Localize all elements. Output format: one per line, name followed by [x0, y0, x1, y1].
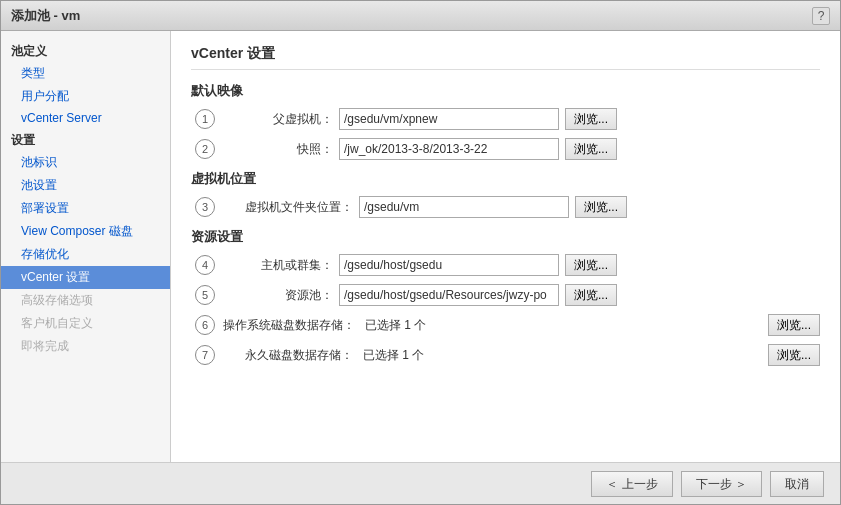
sidebar-item-storage-optimize[interactable]: 存储优化 — [1, 243, 170, 266]
sidebar-section-pool-definition: 池定义 — [1, 39, 170, 62]
main-content: 池定义 类型 用户分配 vCenter Server 设置 池标识 池设置 部署… — [1, 31, 840, 462]
label-host-cluster: 主机或群集： — [223, 257, 333, 274]
label-parent-vm: 父虚拟机： — [223, 111, 333, 128]
step-1: 1 — [195, 109, 215, 129]
input-snapshot[interactable] — [339, 138, 559, 160]
sidebar-item-user-assignment[interactable]: 用户分配 — [1, 85, 170, 108]
section-title-default-image: 默认映像 — [191, 82, 820, 100]
browse-os-disk[interactable]: 浏览... — [768, 314, 820, 336]
prev-button[interactable]: ＜ 上一步 — [591, 471, 672, 497]
field-row-os-disk: 6 操作系统磁盘数据存储： 已选择 1 个 浏览... — [191, 314, 820, 336]
sidebar-section-settings: 设置 — [1, 128, 170, 151]
browse-host-cluster[interactable]: 浏览... — [565, 254, 617, 276]
sidebar-item-vcenter-server[interactable]: vCenter Server — [1, 108, 170, 128]
browse-snapshot[interactable]: 浏览... — [565, 138, 617, 160]
field-row-resource-pool: 5 资源池： 浏览... — [191, 284, 820, 306]
step-3: 3 — [195, 197, 215, 217]
content-title: vCenter 设置 — [191, 45, 820, 70]
section-title-resource-settings: 资源设置 — [191, 228, 820, 246]
label-resource-pool: 资源池： — [223, 287, 333, 304]
step-4: 4 — [195, 255, 215, 275]
section-title-vm-location: 虚拟机位置 — [191, 170, 820, 188]
sidebar-item-deployment-settings[interactable]: 部署设置 — [1, 197, 170, 220]
field-row-parent-vm: 1 父虚拟机： 浏览... — [191, 108, 820, 130]
field-row-host-cluster: 4 主机或群集： 浏览... — [191, 254, 820, 276]
cancel-button[interactable]: 取消 — [770, 471, 824, 497]
sidebar-item-view-composer-disk[interactable]: View Composer 磁盘 — [1, 220, 170, 243]
input-parent-vm[interactable] — [339, 108, 559, 130]
os-disk-selected: 已选择 1 个 — [365, 317, 426, 334]
browse-parent-vm[interactable]: 浏览... — [565, 108, 617, 130]
label-persistent-disk: 永久磁盘数据存储： — [223, 347, 353, 364]
field-row-snapshot: 2 快照： 浏览... — [191, 138, 820, 160]
browse-persistent-disk[interactable]: 浏览... — [768, 344, 820, 366]
label-os-disk: 操作系统磁盘数据存储： — [223, 317, 355, 334]
help-button[interactable]: ? — [812, 7, 830, 25]
sidebar-item-pool-id[interactable]: 池标识 — [1, 151, 170, 174]
sidebar-item-advanced-storage: 高级存储选项 — [1, 289, 170, 312]
browse-vm-folder[interactable]: 浏览... — [575, 196, 627, 218]
input-resource-pool[interactable] — [339, 284, 559, 306]
label-vm-folder: 虚拟机文件夹位置： — [223, 199, 353, 216]
sidebar-item-upcoming: 即将完成 — [1, 335, 170, 358]
sidebar-item-vcenter-settings[interactable]: vCenter 设置 — [1, 266, 170, 289]
step-7: 7 — [195, 345, 215, 365]
step-6: 6 — [195, 315, 215, 335]
input-vm-folder[interactable] — [359, 196, 569, 218]
step-2: 2 — [195, 139, 215, 159]
sidebar-item-guest-customize: 客户机自定义 — [1, 312, 170, 335]
next-button[interactable]: 下一步 ＞ — [681, 471, 762, 497]
dialog-title: 添加池 - vm — [11, 7, 80, 25]
dialog: 添加池 - vm ? 池定义 类型 用户分配 vCenter Server 设置… — [0, 0, 841, 505]
sidebar: 池定义 类型 用户分配 vCenter Server 设置 池标识 池设置 部署… — [1, 31, 171, 462]
sidebar-item-type[interactable]: 类型 — [1, 62, 170, 85]
label-snapshot: 快照： — [223, 141, 333, 158]
input-host-cluster[interactable] — [339, 254, 559, 276]
sidebar-item-pool-settings[interactable]: 池设置 — [1, 174, 170, 197]
title-bar: 添加池 - vm ? — [1, 1, 840, 31]
persistent-disk-selected: 已选择 1 个 — [363, 347, 424, 364]
step-5: 5 — [195, 285, 215, 305]
browse-resource-pool[interactable]: 浏览... — [565, 284, 617, 306]
field-row-vm-folder: 3 虚拟机文件夹位置： 浏览... — [191, 196, 820, 218]
field-row-persistent-disk: 7 永久磁盘数据存储： 已选择 1 个 浏览... — [191, 344, 820, 366]
content-area: vCenter 设置 默认映像 1 父虚拟机： 浏览... 2 快照： 浏览..… — [171, 31, 840, 462]
footer: ＜ 上一步 下一步 ＞ 取消 — [1, 462, 840, 504]
